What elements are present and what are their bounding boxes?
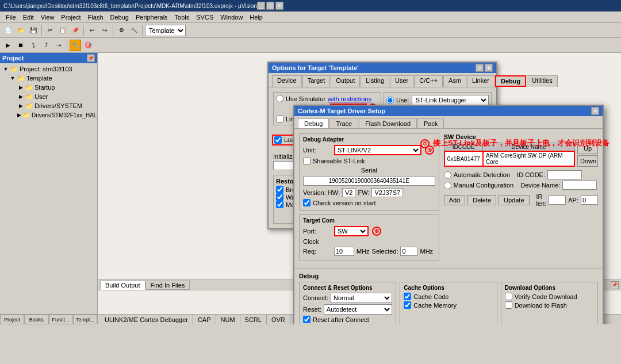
expand-icon3[interactable]: ▶	[17, 84, 24, 91]
tree-startup[interactable]: ▶ 📁 Startup	[1, 83, 96, 92]
cortex-close-btn[interactable]: ✕	[591, 107, 599, 115]
reset-after-check[interactable]	[303, 316, 310, 323]
tab-funct[interactable]: Funct...	[49, 315, 73, 324]
debugger-select[interactable]: ST-Link Debugger	[412, 95, 489, 105]
output-pin-btn[interactable]: 📌	[611, 281, 619, 289]
paste-btn[interactable]: 📌	[70, 25, 81, 36]
tree-user[interactable]: ▶ 📁 User	[1, 92, 96, 101]
reset-select[interactable]: Autodetect	[324, 304, 393, 315]
menu-window[interactable]: Window	[217, 13, 246, 22]
manual-radio[interactable]	[444, 182, 451, 189]
debug-stop-btn[interactable]: ⏹	[15, 40, 26, 51]
tree-project[interactable]: ▼ 📁 Project: stm32f103	[1, 64, 96, 74]
load-app-left-check[interactable]	[274, 136, 282, 144]
memory-check[interactable]	[276, 201, 283, 208]
expand-icon5[interactable]: ▶	[17, 102, 24, 109]
tab-linker[interactable]: Linker	[467, 75, 494, 87]
cortex-title-btns[interactable]: ✕	[591, 107, 599, 115]
tree-driverhal[interactable]: ▶ 📁 Drivers/STM32F1xx_HAL_Driver	[1, 110, 96, 120]
undo-btn[interactable]: ↩	[86, 25, 98, 36]
build-output-tab[interactable]: Build Output	[100, 281, 145, 290]
new-btn[interactable]: 📄	[2, 25, 14, 36]
cortex-tab-trace[interactable]: Trace	[329, 118, 358, 128]
save-btn[interactable]: 💾	[28, 25, 39, 36]
tab-cpp[interactable]: C/C++	[414, 75, 443, 87]
expand-icon2[interactable]: ▼	[9, 75, 16, 82]
run-to-cursor-btn[interactable]: ⇢	[53, 40, 64, 51]
output-header-icons[interactable]: 📌	[611, 281, 619, 289]
menu-svcs[interactable]: SVCS	[193, 13, 217, 22]
menu-view[interactable]: View	[37, 13, 58, 22]
menu-tools[interactable]: Tools	[171, 13, 193, 22]
limit-speed-check[interactable]	[276, 115, 283, 122]
build-btn[interactable]: ⚙	[116, 25, 127, 36]
menu-edit[interactable]: Edit	[20, 13, 37, 22]
tab-user[interactable]: User	[390, 75, 413, 87]
simulator-radio[interactable]	[276, 95, 283, 102]
options-close-btn[interactable]: ✕	[485, 64, 493, 72]
expand-icon4[interactable]: ▶	[17, 93, 24, 100]
target-options-btn[interactable]: 🎯	[82, 40, 94, 51]
api-input[interactable]	[581, 196, 598, 205]
find-in-files-tab[interactable]: Find In Files	[145, 281, 190, 290]
breakpoints-check[interactable]	[276, 186, 283, 193]
ir-len-input[interactable]	[549, 196, 566, 205]
minimize-button[interactable]: _	[257, 2, 265, 10]
menu-project[interactable]: Project	[57, 13, 84, 22]
stlink-radio[interactable]	[386, 97, 394, 104]
maximize-button[interactable]: □	[266, 2, 274, 10]
move-down-btn[interactable]: Down	[577, 155, 598, 167]
cortex-tab-debug[interactable]: Debug	[298, 118, 329, 128]
shareable-check[interactable]	[303, 157, 310, 164]
delete-btn[interactable]: Delete	[467, 195, 496, 205]
target-dropdown[interactable]: Template	[145, 25, 186, 36]
options-title-btns[interactable]: ? ✕	[476, 64, 493, 72]
port-select[interactable]: SW	[334, 226, 369, 236]
tab-listing[interactable]: Listing	[361, 75, 389, 87]
cortex-tab-flash[interactable]: Flash Download	[359, 118, 417, 128]
redo-btn[interactable]: ↪	[99, 25, 110, 36]
options-help-btn[interactable]: ?	[476, 64, 484, 72]
cache-memory-check[interactable]	[404, 301, 411, 309]
copy-btn[interactable]: 📋	[57, 25, 68, 36]
sidebar-pin-btn[interactable]: 📌	[87, 54, 95, 62]
cortex-tab-pack[interactable]: Pack	[417, 118, 444, 128]
cut-btn[interactable]: ✂	[44, 25, 56, 36]
step-btn[interactable]: ⤵	[28, 40, 39, 51]
download-flash-check[interactable]	[505, 301, 512, 309]
build-output-tabs[interactable]: Build Output Find In Files	[100, 281, 190, 290]
check-version-check[interactable]	[303, 199, 310, 206]
sidebar-tabs[interactable]: Project Books Funct... Templ...	[0, 314, 97, 324]
tab-device[interactable]: Device	[272, 75, 302, 87]
selected-input[interactable]	[400, 247, 417, 256]
menu-file[interactable]: File	[2, 13, 20, 22]
title-bar-buttons[interactable]: _ □ ✕	[257, 2, 283, 10]
tab-books[interactable]: Books	[24, 315, 48, 324]
watchpoints-check[interactable]	[276, 193, 283, 201]
stepover-btn[interactable]: ⤴	[40, 40, 52, 51]
auto-detect-radio[interactable]	[444, 171, 451, 179]
expand-icon6[interactable]: ▶	[17, 112, 21, 118]
req-input[interactable]	[334, 247, 354, 256]
debug-start-btn[interactable]: ▶	[2, 40, 14, 51]
id-code-input[interactable]	[547, 170, 582, 179]
tree-template[interactable]: ▼ 📁 Template	[1, 74, 96, 83]
tab-asm[interactable]: Asm	[443, 75, 466, 87]
menu-debug[interactable]: Debug	[107, 13, 132, 22]
menu-help[interactable]: Help	[246, 13, 266, 22]
action-buttons-row[interactable]: Add Delete Update IR len: AP:	[444, 193, 598, 207]
tab-utilities[interactable]: Utilities	[527, 75, 557, 87]
cache-code-check[interactable]	[404, 293, 411, 300]
open-btn[interactable]: 📂	[15, 25, 26, 36]
tab-templ[interactable]: Templ...	[73, 315, 97, 324]
options-tabs[interactable]: Device Target Output Listing User C/C++ …	[269, 73, 496, 87]
add-btn[interactable]: Add	[444, 195, 466, 205]
device-name-input[interactable]	[562, 181, 597, 190]
options-btn[interactable]: 🔧	[70, 40, 81, 51]
tab-project[interactable]: Project	[0, 315, 24, 324]
connect-select[interactable]: Normal	[331, 293, 392, 303]
unit-select[interactable]: ST-LINK/V2	[334, 145, 421, 155]
tab-target[interactable]: Target	[302, 75, 331, 87]
tree-driversystem[interactable]: ▶ 📁 Drivers/SYSTEM	[1, 101, 96, 110]
cortex-tabs[interactable]: Debug Trace Flash Download Pack	[294, 116, 603, 129]
